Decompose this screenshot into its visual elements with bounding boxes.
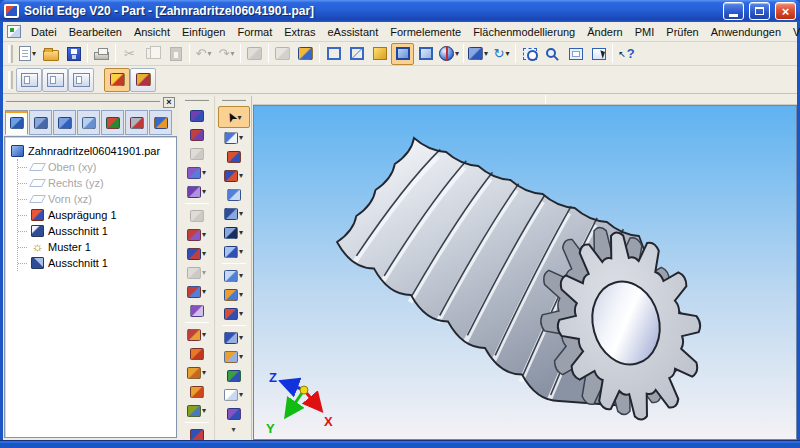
- stitched-surface-dropdown[interactable]: ▾: [202, 230, 206, 239]
- protrusion-button[interactable]: [218, 147, 250, 166]
- view-previous-button[interactable]: [587, 43, 610, 65]
- offset-surface-dropdown[interactable]: ▾: [202, 187, 206, 196]
- close-button[interactable]: ×: [775, 2, 796, 20]
- round-dropdown[interactable]: ▾: [239, 247, 243, 256]
- keypoint-curve-dropdown[interactable]: ▾: [202, 330, 206, 339]
- delete-face-button[interactable]: [181, 301, 213, 320]
- select-tool-button[interactable]: ➤▾: [218, 106, 250, 128]
- project-curve-dropdown[interactable]: ▾: [202, 368, 206, 377]
- intersection-curve-button[interactable]: [181, 344, 213, 363]
- save-button[interactable]: [62, 43, 85, 65]
- tab-animation[interactable]: [125, 110, 148, 135]
- zoom-area-button[interactable]: [518, 43, 541, 65]
- sketch-button[interactable]: ▾: [218, 128, 250, 147]
- sketch-dropdown[interactable]: ▾: [239, 133, 243, 142]
- open-document-button[interactable]: [39, 43, 62, 65]
- toolbar-overflow-icon[interactable]: ▾: [231, 425, 235, 434]
- hole-button[interactable]: ▾: [218, 223, 250, 242]
- menu-verwalten[interactable]: Verwalten: [787, 24, 800, 40]
- tree-item-vorn-xz-[interactable]: Vorn (xz): [18, 191, 173, 207]
- tab-family-of-parts[interactable]: [53, 110, 76, 135]
- revolved-cutout-dropdown[interactable]: ▾: [239, 209, 243, 218]
- cross-curve-button[interactable]: [181, 382, 213, 401]
- keypoint-curve-button[interactable]: ▾: [181, 325, 213, 344]
- title-bar[interactable]: Solid Edge V20 - Part - [Zahnradritzel06…: [0, 0, 800, 22]
- hidden-edges-view-button[interactable]: [345, 43, 368, 65]
- pattern-dropdown[interactable]: ▾: [239, 290, 243, 299]
- tab-pathfinder[interactable]: [5, 110, 28, 135]
- tree-root-item[interactable]: Zahnradritzel06041901.par: [11, 143, 173, 159]
- edgebar-header[interactable]: ×: [4, 96, 177, 109]
- shaded-with-edges-view-button[interactable]: [391, 43, 414, 65]
- fit-view-button[interactable]: [564, 43, 587, 65]
- viewport-layout-settings-button[interactable]: [68, 68, 94, 92]
- mirror-copy-feature-button[interactable]: ▾: [218, 304, 250, 323]
- tree-item-rechts-yz-[interactable]: Rechts (yz): [18, 175, 173, 191]
- rotate-view-dropdown[interactable]: ▾: [505, 49, 509, 58]
- edgebar-close-button[interactable]: ×: [163, 97, 175, 108]
- menu-einfügen[interactable]: Einfügen: [176, 24, 231, 40]
- trim-surface-button[interactable]: ▾: [181, 244, 213, 263]
- tab-feature-library[interactable]: [29, 110, 52, 135]
- menu-datei[interactable]: Datei: [25, 24, 63, 40]
- derived-curve-dropdown[interactable]: ▾: [202, 406, 206, 415]
- menu-formelemente[interactable]: Formelemente: [384, 24, 467, 40]
- view-orientation-dropdown[interactable]: ▾: [484, 49, 488, 58]
- reference-plane-button[interactable]: ▾: [218, 385, 250, 404]
- revolved-cutout-button[interactable]: ▾: [218, 204, 250, 223]
- revolved-protrusion-button[interactable]: ▾: [218, 166, 250, 185]
- menu-extras[interactable]: Extras: [278, 24, 321, 40]
- menu-prüfen[interactable]: Prüfen: [660, 24, 704, 40]
- insert-object-button[interactable]: [243, 43, 266, 65]
- project-curve-button[interactable]: ▾: [181, 363, 213, 382]
- print-button[interactable]: [90, 43, 113, 65]
- stitched-surface-button[interactable]: ▾: [181, 225, 213, 244]
- new-document-button[interactable]: ▾: [16, 43, 39, 65]
- viewport-layout-single-button[interactable]: [16, 68, 42, 92]
- bounded-surface-button[interactable]: [181, 206, 213, 225]
- tree-item-oben-xy-[interactable]: Oben (xy): [18, 159, 173, 175]
- redo-button[interactable]: ↷▾: [215, 43, 238, 65]
- menu-eassistant[interactable]: eAssistant: [321, 24, 384, 40]
- hole-dropdown[interactable]: ▾: [239, 228, 243, 237]
- select-fence-button[interactable]: [271, 43, 294, 65]
- edgebar-toggle-button[interactable]: [104, 68, 130, 92]
- help-select-button[interactable]: ↖?: [615, 43, 638, 65]
- pattern-button[interactable]: ▾: [218, 285, 250, 304]
- model-viewport[interactable]: ZYX: [253, 105, 797, 440]
- extend-surface-button[interactable]: ▾: [181, 263, 213, 282]
- construction-points-button[interactable]: [218, 366, 250, 385]
- update-all-links-button[interactable]: [294, 43, 317, 65]
- tab-engineering[interactable]: [149, 110, 172, 135]
- rib-dropdown[interactable]: ▾: [239, 333, 243, 342]
- derived-curve-button[interactable]: ▾: [181, 401, 213, 420]
- viewport-layout-split-button[interactable]: [42, 68, 68, 92]
- tab-layers[interactable]: [77, 110, 100, 135]
- paste-button[interactable]: [164, 43, 187, 65]
- trim-surface-dropdown[interactable]: ▾: [202, 249, 206, 258]
- common-views-button[interactable]: ▾: [437, 43, 461, 65]
- view-orientation-button[interactable]: ▾: [466, 43, 490, 65]
- thin-wall-button[interactable]: ▾: [218, 266, 250, 285]
- smartstep-ribbon-toggle-button[interactable]: [130, 68, 156, 92]
- menu-ändern[interactable]: Ändern: [581, 24, 628, 40]
- replace-face-dropdown[interactable]: ▾: [202, 287, 206, 296]
- reference-plane-dropdown[interactable]: ▾: [239, 390, 243, 399]
- swept-surface-button[interactable]: [181, 106, 213, 125]
- offset-surface-button[interactable]: ▾: [181, 182, 213, 201]
- viewport-canvas[interactable]: ZYX: [254, 106, 796, 439]
- tree-item-ausschnitt-1[interactable]: Ausschnitt 1: [18, 255, 173, 271]
- extend-surface-dropdown[interactable]: ▾: [202, 268, 206, 277]
- tree-item-muster-1[interactable]: ☼Muster 1: [18, 239, 173, 255]
- redo-dropdown[interactable]: ▾: [230, 49, 234, 58]
- revolved-surface-button[interactable]: [181, 125, 213, 144]
- edgebar-grip[interactable]: [6, 100, 160, 105]
- lip-button[interactable]: ▾: [218, 347, 250, 366]
- menu-pmi[interactable]: PMI: [629, 24, 661, 40]
- lip-dropdown[interactable]: ▾: [239, 352, 243, 361]
- shaded-view-button[interactable]: [368, 43, 391, 65]
- cutout-button[interactable]: [218, 185, 250, 204]
- zoom-tool-button[interactable]: [541, 43, 564, 65]
- tab-sensors[interactable]: [101, 110, 124, 135]
- revolved-protrusion-dropdown[interactable]: ▾: [239, 171, 243, 180]
